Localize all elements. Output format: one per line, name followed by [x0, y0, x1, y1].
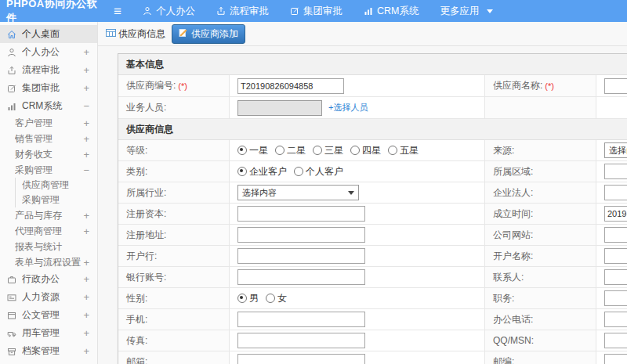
- radio-star-4[interactable]: 四星: [350, 144, 381, 157]
- account-name-label: 开户名称:: [485, 246, 596, 266]
- sidebar-item-hr[interactable]: 人力资源 +: [0, 288, 97, 306]
- star-rating-radio-group: 一星 二星 三星 四星 五星: [237, 144, 419, 157]
- sidebar-item-customer-mgmt[interactable]: 客户管理 +: [0, 115, 97, 131]
- nav-group-approval[interactable]: 集团审批: [290, 5, 342, 18]
- section-title-basic: 基本信息: [118, 54, 627, 75]
- sidebar-item-crm-system[interactable]: CRM系统 −: [0, 97, 97, 115]
- form-row: 邮箱: 邮编:: [118, 351, 627, 364]
- sales-person-label: 业务人员:: [118, 97, 230, 118]
- sidebar-item-form-flow-settings[interactable]: 表单与流程设置 +: [0, 254, 97, 270]
- form-row: 银行账号: 联系人:: [118, 267, 627, 288]
- established-date-label: 成立时间:: [485, 204, 596, 224]
- position-input[interactable]: [604, 290, 627, 306]
- bank-account-input[interactable]: [237, 269, 365, 285]
- sales-person-input[interactable]: [237, 100, 322, 116]
- nav-crm-system[interactable]: CRM系统: [364, 5, 419, 18]
- person-icon: [143, 6, 152, 16]
- briefcase-icon: [7, 275, 16, 284]
- sidebar-item-archive-mgmt[interactable]: 档案管理 +: [0, 342, 97, 360]
- account-name-input[interactable]: [604, 248, 627, 264]
- home-icon: [7, 30, 16, 39]
- email-input[interactable]: [237, 354, 365, 364]
- website-input[interactable]: [604, 227, 627, 243]
- region-input[interactable]: [604, 164, 627, 179]
- section-title-supplier-info: 供应商信息: [118, 119, 627, 140]
- nav-personal-office[interactable]: 个人办公: [143, 5, 195, 18]
- established-date-input[interactable]: [604, 206, 627, 222]
- sidebar-item-purchase-mgmt[interactable]: 采购管理 −: [0, 162, 97, 178]
- fax-input[interactable]: [237, 333, 365, 348]
- form-row: 所属行业: 选择内容 企业法人:: [118, 182, 627, 204]
- menu-icon[interactable]: ≡: [114, 5, 121, 18]
- zip-input[interactable]: [604, 354, 627, 364]
- sidebar-item-vehicle-mgmt[interactable]: 用车管理 +: [0, 324, 97, 342]
- radio-star-3[interactable]: 三星: [313, 144, 343, 157]
- sidebar-item-personal-desktop[interactable]: 个人桌面: [0, 25, 97, 43]
- sidebar-item-supplier-mgmt[interactable]: 供应商管理: [15, 178, 97, 193]
- registered-address-input[interactable]: [237, 227, 365, 243]
- form-row: 等级: 一星 二星 三星 四星 五星 来源: 选择内容: [118, 140, 627, 161]
- sidebar-item-group-approval[interactable]: 集团审批 +: [0, 79, 97, 97]
- source-select[interactable]: 选择内容: [604, 142, 627, 158]
- form-row: 传真: QQ/MSN:: [118, 330, 627, 351]
- bank-input[interactable]: [237, 248, 365, 264]
- tab-supplier-add[interactable]: 供应商添加: [172, 24, 245, 44]
- registered-capital-label: 注册资本:: [118, 204, 230, 224]
- share-icon: [7, 66, 16, 75]
- caret-down-icon: [348, 191, 354, 195]
- fax-label: 传真:: [118, 330, 230, 351]
- form-row: 类别: 企业客户 个人客户 所属区域:: [118, 161, 627, 182]
- sidebar-item-document-mgmt[interactable]: 公文管理 +: [0, 306, 97, 324]
- required-mark: (*): [545, 81, 554, 91]
- edit-icon: [7, 84, 16, 93]
- email-label: 邮箱:: [118, 351, 230, 364]
- qq-msn-input[interactable]: [604, 333, 627, 348]
- supplier-name-input[interactable]: [604, 78, 627, 94]
- sidebar-item-finance[interactable]: 财务收支 +: [0, 146, 97, 162]
- radio-female[interactable]: 女: [266, 292, 287, 305]
- sidebar-item-reports-stats[interactable]: 报表与统计: [0, 239, 97, 254]
- top-navbar: PHPOA协同办公软件 ≡ 个人办公 流程审批 集团审批 CRM系统 更多应用: [0, 0, 627, 22]
- legal-person-input[interactable]: [604, 185, 627, 200]
- form-row: 注册资本: 成立时间:: [118, 204, 627, 225]
- supplier-name-label: 供应商名称:(*): [485, 75, 596, 96]
- sidebar-item-purchasing-mgmt[interactable]: 采购管理: [15, 193, 97, 207]
- industry-label: 所属行业:: [118, 182, 230, 203]
- bank-account-label: 银行账号:: [118, 267, 230, 287]
- form-row: 性别: 男 女 职务:: [118, 288, 627, 309]
- office-phone-input[interactable]: [604, 312, 627, 327]
- nav-more-apps[interactable]: 更多应用: [440, 5, 493, 18]
- sidebar-item-sales-mgmt[interactable]: 销售管理 +: [0, 131, 97, 146]
- required-mark: (*): [178, 81, 187, 91]
- contact-input[interactable]: [604, 269, 627, 285]
- office-phone-label: 办公电话:: [485, 309, 596, 330]
- form-row: 注册地址: 公司网站:: [118, 225, 627, 246]
- idcard-icon: [7, 293, 16, 302]
- sidebar-item-workflow-approval[interactable]: 流程审批 +: [0, 61, 97, 79]
- region-label: 所属区域:: [485, 161, 596, 182]
- sidebar-item-personal-office[interactable]: 个人办公 +: [0, 43, 97, 61]
- nav-workflow-approval[interactable]: 流程审批: [216, 5, 269, 18]
- mobile-input[interactable]: [237, 312, 365, 327]
- tab-supplier-list[interactable]: 供应商信息: [106, 27, 165, 41]
- car-icon: [7, 329, 16, 338]
- supplier-form-panel: 基本信息 供应商编号:(*) 供应商名称:(*) 业务人员: +选择人员: [118, 53, 627, 364]
- form-row: 手机: 办公电话:: [118, 309, 627, 330]
- radio-personal-customer[interactable]: 个人客户: [294, 165, 343, 178]
- edit-page-icon: [179, 28, 188, 40]
- radio-star-5[interactable]: 五星: [388, 144, 419, 157]
- industry-select[interactable]: 选择内容: [237, 185, 359, 200]
- legal-person-label: 企业法人:: [485, 182, 596, 203]
- choose-person-link[interactable]: +选择人员: [328, 102, 368, 114]
- radio-male[interactable]: 男: [237, 292, 259, 305]
- supplier-code-input[interactable]: [237, 78, 344, 94]
- radio-star-2[interactable]: 二星: [275, 144, 306, 157]
- sidebar-item-agent-mgmt[interactable]: 代理商管理 +: [0, 223, 97, 239]
- radio-star-1[interactable]: 一星: [237, 144, 268, 157]
- sidebar-item-admin-office[interactable]: 行政办公 +: [0, 270, 97, 288]
- main-content: 供应商信息 供应商添加 基本信息 供应商编号:(*) 供应商名称:(*): [98, 22, 627, 364]
- sidebar-item-product-inventory[interactable]: 产品与库存 +: [0, 207, 97, 223]
- registered-capital-input[interactable]: [237, 206, 365, 222]
- edit-icon: [290, 6, 299, 16]
- radio-enterprise-customer[interactable]: 企业客户: [237, 165, 287, 178]
